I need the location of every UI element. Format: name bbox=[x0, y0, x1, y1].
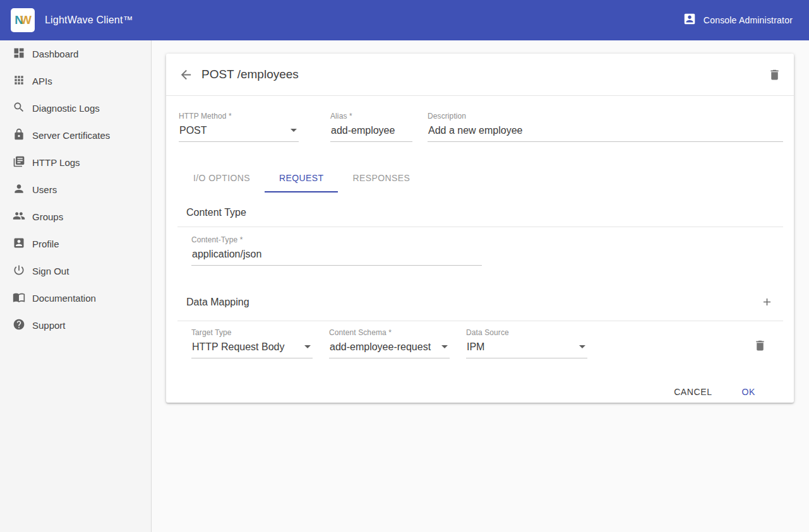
delete-endpoint-button[interactable] bbox=[768, 68, 781, 81]
alias-label: Alias * bbox=[330, 112, 412, 121]
sidebar-item-label: Sign Out bbox=[32, 266, 69, 276]
sidebar-item-profile[interactable]: Profile bbox=[0, 230, 151, 257]
sidebar-item-groups[interactable]: Groups bbox=[0, 203, 151, 230]
sidebar-item-documentation[interactable]: Documentation bbox=[0, 285, 151, 312]
app-logo: N W bbox=[11, 8, 35, 32]
logo-letter-w: W bbox=[20, 13, 31, 27]
chevron-down-icon bbox=[291, 129, 297, 132]
data-mapping-section-title: Data Mapping bbox=[186, 297, 249, 308]
content-schema-value: add-employee-request bbox=[330, 341, 431, 352]
data-source-value: IPM bbox=[467, 341, 484, 352]
account-menu[interactable]: Console Administrator bbox=[683, 12, 793, 28]
tab-io-options[interactable]: I/O OPTIONS bbox=[179, 163, 265, 192]
dashboard-icon bbox=[13, 47, 25, 62]
lock-icon bbox=[13, 128, 25, 143]
tab-responses[interactable]: RESPONSES bbox=[338, 163, 424, 192]
sidebar: Dashboard APIs Diagnostic Logs Server Ce… bbox=[0, 40, 152, 532]
content-type-field[interactable]: Content-Type * application/json bbox=[191, 235, 482, 266]
chevron-down-icon bbox=[579, 345, 585, 348]
alias-field[interactable]: Alias * add-employee bbox=[330, 112, 412, 142]
target-type-select[interactable]: Target Type HTTP Request Body bbox=[191, 328, 313, 358]
data-source-label: Data Source bbox=[466, 328, 587, 337]
content-type-section-title: Content Type bbox=[186, 207, 246, 218]
endpoint-fields-row: HTTP Method * POST Alias * add-employee … bbox=[166, 112, 794, 148]
description-field[interactable]: Description Add a new employee bbox=[428, 112, 783, 142]
people-icon bbox=[13, 210, 25, 225]
chevron-down-icon bbox=[441, 345, 448, 348]
content-type-label: Content-Type * bbox=[191, 235, 482, 244]
content-schema-select[interactable]: Content Schema * add-employee-request bbox=[329, 328, 450, 358]
person-icon bbox=[13, 182, 25, 198]
add-mapping-button[interactable] bbox=[761, 296, 773, 308]
sidebar-item-support[interactable]: Support bbox=[0, 312, 151, 339]
alias-value: add-employee bbox=[331, 125, 395, 136]
library-books-icon bbox=[13, 155, 25, 170]
account-box-icon bbox=[13, 237, 25, 252]
sidebar-item-sign-out[interactable]: Sign Out bbox=[0, 257, 151, 285]
description-value: Add a new employee bbox=[428, 125, 522, 136]
sidebar-item-apis[interactable]: APIs bbox=[0, 68, 151, 95]
sidebar-item-server-certificates[interactable]: Server Certificates bbox=[0, 122, 151, 149]
sidebar-item-label: Diagnostic Logs bbox=[32, 103, 100, 114]
open-book-icon bbox=[13, 291, 25, 306]
target-type-value: HTTP Request Body bbox=[192, 341, 284, 352]
page-title: POST /employees bbox=[201, 68, 768, 81]
app-title: LightWave Client™ bbox=[45, 15, 133, 26]
sidebar-item-label: Users bbox=[32, 184, 57, 195]
chevron-down-icon bbox=[304, 345, 311, 348]
app-header: N W LightWave Client™ Console Administra… bbox=[0, 0, 809, 40]
tab-request[interactable]: REQUEST bbox=[265, 163, 338, 192]
search-icon bbox=[13, 101, 25, 116]
endpoint-card: POST /employees HTTP Method * POST Alias… bbox=[166, 54, 794, 403]
data-mapping-row: Target Type HTTP Request Body Content Sc… bbox=[166, 328, 794, 367]
sidebar-item-label: Profile bbox=[32, 239, 59, 249]
content-type-section-header: Content Type bbox=[186, 207, 771, 218]
ok-button[interactable]: OK bbox=[732, 381, 765, 403]
sidebar-item-label: Documentation bbox=[32, 293, 96, 304]
delete-mapping-button[interactable] bbox=[753, 339, 767, 352]
sidebar-item-users[interactable]: Users bbox=[0, 176, 151, 203]
http-method-label: HTTP Method * bbox=[179, 112, 299, 121]
description-label: Description bbox=[428, 112, 783, 121]
content-type-value: application/json bbox=[192, 249, 261, 259]
main-content: POST /employees HTTP Method * POST Alias… bbox=[152, 40, 809, 532]
card-actions: CANCEL OK bbox=[166, 381, 794, 403]
power-icon bbox=[13, 264, 25, 279]
sidebar-item-dashboard[interactable]: Dashboard bbox=[0, 40, 151, 68]
sidebar-item-label: Server Certificates bbox=[32, 130, 110, 141]
target-type-label: Target Type bbox=[191, 328, 313, 337]
sidebar-item-http-logs[interactable]: HTTP Logs bbox=[0, 149, 151, 176]
apps-icon bbox=[13, 74, 25, 89]
sidebar-item-diagnostic-logs[interactable]: Diagnostic Logs bbox=[0, 95, 151, 122]
account-box-icon bbox=[683, 12, 697, 28]
sidebar-item-label: Dashboard bbox=[32, 49, 78, 59]
divider bbox=[177, 321, 783, 321]
http-method-select[interactable]: HTTP Method * POST bbox=[179, 112, 299, 142]
divider bbox=[177, 227, 783, 227]
http-method-value: POST bbox=[179, 125, 207, 136]
sidebar-item-label: HTTP Logs bbox=[32, 157, 80, 168]
data-source-select[interactable]: Data Source IPM bbox=[466, 328, 587, 358]
tab-bar: I/O OPTIONS REQUEST RESPONSES bbox=[179, 163, 794, 192]
help-icon bbox=[13, 318, 25, 333]
back-button[interactable] bbox=[179, 68, 193, 82]
sidebar-item-label: Groups bbox=[32, 211, 63, 222]
card-header: POST /employees bbox=[166, 54, 794, 96]
cancel-button[interactable]: CANCEL bbox=[664, 381, 722, 403]
sidebar-item-label: Support bbox=[32, 320, 66, 331]
data-mapping-section-header: Data Mapping bbox=[186, 296, 773, 308]
content-schema-label: Content Schema * bbox=[329, 328, 450, 337]
sidebar-item-label: APIs bbox=[32, 76, 52, 86]
user-label: Console Administrator bbox=[704, 15, 793, 25]
